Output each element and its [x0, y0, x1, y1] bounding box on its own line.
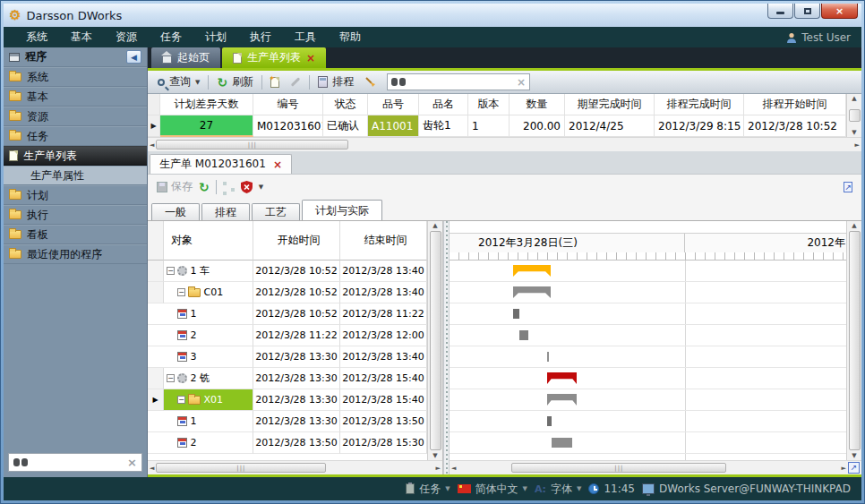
collapse-icon[interactable]: −: [177, 288, 185, 296]
sidebar-item-plan[interactable]: 计划: [4, 185, 147, 205]
plan-row-selected[interactable]: ▶ − X01 2012/3/28 13:30 2012/3/28 15:40: [148, 389, 427, 411]
gantt-row[interactable]: [450, 261, 846, 282]
gantt-row[interactable]: [450, 432, 846, 454]
status-task-selector[interactable]: 任务▼: [406, 482, 450, 497]
gantt-bar[interactable]: [552, 438, 572, 448]
sidebar-item-order-list[interactable]: 生产单列表: [4, 146, 147, 166]
gantt-bar[interactable]: [547, 372, 577, 384]
menu-plan[interactable]: 计划: [193, 27, 238, 47]
menu-help[interactable]: 帮助: [328, 27, 373, 47]
sidebar-collapse-button[interactable]: ◀: [126, 50, 141, 64]
menu-basic[interactable]: 基本: [59, 27, 104, 47]
tab-plan-vs-actual[interactable]: 计划与实际: [302, 200, 382, 220]
sidebar-item-execute[interactable]: 执行: [4, 205, 147, 225]
menu-tools[interactable]: 工具: [283, 27, 328, 47]
col-item-no[interactable]: 品号: [368, 94, 419, 115]
orders-row[interactable]: ▶ 27 M012031601 已确认 A11001 齿轮1 1 200.00 …: [148, 115, 846, 137]
tab-schedule[interactable]: 排程: [201, 203, 250, 220]
gantt-bar[interactable]: [513, 286, 551, 298]
sidebar-item-board[interactable]: 看板: [4, 225, 147, 244]
col-item-name[interactable]: 品名: [419, 94, 468, 115]
user-indicator[interactable]: Test User: [786, 31, 851, 44]
refresh-button[interactable]: ↻刷新: [214, 73, 256, 91]
gantt-bar[interactable]: [519, 330, 528, 340]
col-sched-end[interactable]: 排程完成时间: [655, 94, 744, 115]
gantt-vscrollbar[interactable]: ▲▼: [846, 221, 861, 460]
sidebar-item-recent[interactable]: 最近使用的程序: [4, 244, 147, 264]
plan-row[interactable]: − 2 铣 2012/3/28 13:30 2012/3/28 15:40: [148, 368, 427, 389]
col-version[interactable]: 版本: [468, 94, 510, 115]
col-end[interactable]: 结束时间: [340, 221, 427, 261]
status-language-selector[interactable]: 简体中文▼: [458, 482, 527, 497]
gantt-bar[interactable]: [547, 394, 577, 406]
minimize-button[interactable]: [767, 4, 793, 19]
col-expect-end[interactable]: 期望完成时间: [565, 94, 655, 115]
gantt-bar[interactable]: [513, 309, 519, 319]
col-code[interactable]: 编号: [253, 94, 323, 115]
refresh-icon[interactable]: ↻: [199, 181, 210, 193]
restore-button[interactable]: [794, 4, 820, 19]
plan-row[interactable]: − 1 车 2012/3/28 10:52 2012/3/28 13:40: [148, 261, 427, 282]
close-tab-icon[interactable]: ×: [306, 53, 315, 64]
detail-doc-tab[interactable]: 生产单 M012031601 ×: [150, 154, 292, 174]
gantt-row[interactable]: [450, 325, 846, 346]
splitter-handle[interactable]: [443, 221, 450, 474]
sidebar-item-order-props[interactable]: 生产单属性: [4, 166, 147, 185]
status-font-selector[interactable]: A:字体▼: [535, 482, 582, 497]
sidebar-item-basic[interactable]: 基本: [4, 87, 147, 107]
col-diff-days[interactable]: 计划差异天数: [160, 94, 253, 115]
clean-button[interactable]: [362, 74, 380, 90]
menu-resource[interactable]: 资源: [104, 27, 149, 47]
schedule-button[interactable]: 排程: [315, 73, 356, 91]
new-button[interactable]: [268, 75, 282, 90]
collapse-icon[interactable]: −: [167, 267, 175, 275]
edit-button[interactable]: [287, 79, 304, 85]
plan-row[interactable]: 1 2012/3/28 13:30 2012/3/28 13:50: [148, 411, 427, 432]
gantt-bar[interactable]: [547, 352, 549, 362]
sidebar-item-system[interactable]: 系统: [4, 67, 147, 87]
clear-search-icon[interactable]: ×: [517, 76, 526, 89]
col-object[interactable]: 对象: [164, 221, 253, 261]
gantt-row[interactable]: [450, 282, 846, 303]
collapse-icon[interactable]: −: [167, 374, 175, 382]
sidebar-item-resource[interactable]: 资源: [4, 107, 147, 126]
col-start[interactable]: 开始时间: [253, 221, 340, 261]
sidebar-search-input[interactable]: [28, 457, 127, 469]
plan-row[interactable]: − C01 2012/3/28 10:52 2012/3/28 13:40: [148, 282, 427, 303]
col-qty[interactable]: 数量: [510, 94, 565, 115]
menu-task[interactable]: 任务: [149, 27, 193, 47]
tab-order-list[interactable]: 生产单列表 ×: [222, 47, 326, 68]
gantt-row[interactable]: [450, 411, 846, 432]
gantt-row[interactable]: [450, 303, 846, 325]
plan-vscrollbar[interactable]: ▲▼: [427, 221, 442, 460]
tab-home[interactable]: 起始页: [151, 47, 220, 68]
popout-icon[interactable]: ↗: [848, 462, 860, 474]
popout-icon[interactable]: ↗: [844, 182, 852, 192]
gantt-row[interactable]: [450, 346, 846, 368]
query-button[interactable]: 查询▼: [155, 73, 202, 91]
col-sched-start[interactable]: 排程开始时间: [744, 94, 846, 115]
gantt-bar[interactable]: [547, 416, 552, 426]
close-detail-icon[interactable]: ×: [273, 159, 282, 170]
plan-hscrollbar[interactable]: ◄|||►: [148, 460, 442, 474]
tab-general[interactable]: 一般: [151, 203, 200, 220]
gantt-row[interactable]: [450, 389, 846, 411]
gantt-row[interactable]: [450, 368, 846, 389]
orders-vscrollbar[interactable]: ▲▼: [846, 94, 861, 137]
plan-row[interactable]: 2 2012/3/28 13:50 2012/3/28 15:30: [148, 432, 427, 454]
chevron-down-icon[interactable]: ▼: [259, 184, 263, 191]
save-button[interactable]: 保存: [157, 179, 193, 194]
col-status[interactable]: 状态: [323, 94, 368, 115]
gantt-bar[interactable]: [513, 265, 551, 277]
plan-row[interactable]: 2 2012/3/28 11:22 2012/3/28 12:00: [148, 325, 427, 346]
tab-process[interactable]: 工艺: [252, 203, 300, 220]
plan-row[interactable]: 3 2012/3/28 13:30 2012/3/28 13:40: [148, 346, 427, 368]
hierarchy-icon[interactable]: [223, 182, 235, 192]
menu-system[interactable]: 系统: [14, 27, 59, 47]
orders-hscrollbar[interactable]: ◄|||►: [148, 137, 861, 151]
sidebar-item-task[interactable]: 任务: [4, 126, 147, 146]
plan-row[interactable]: 1 2012/3/28 10:52 2012/3/28 11:22: [148, 303, 427, 325]
collapse-icon[interactable]: −: [177, 396, 185, 404]
toolbar-search-input[interactable]: [409, 76, 513, 89]
close-button[interactable]: ×: [821, 4, 858, 19]
